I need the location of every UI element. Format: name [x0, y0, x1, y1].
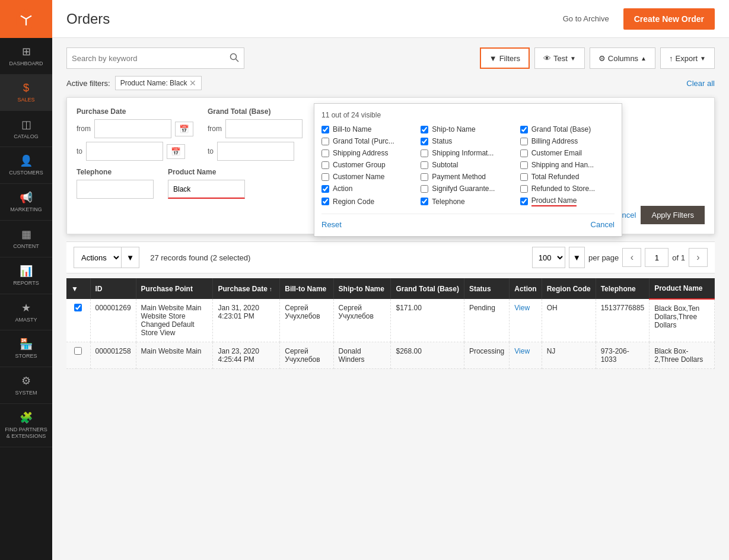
col-checkbox-region_code[interactable]	[321, 198, 329, 205]
filters-button[interactable]: ▼ Filters	[480, 47, 530, 69]
calendar-to-button[interactable]: 📅	[167, 144, 185, 159]
search-input[interactable]	[72, 54, 230, 63]
col-checkbox-product_name[interactable]	[520, 198, 528, 205]
calendar-from-button[interactable]: 📅	[175, 122, 193, 136]
actions-select-wrap: Actions ▼	[74, 247, 139, 268]
col-label-action[interactable]: Action	[333, 184, 352, 193]
sidebar-item-marketing[interactable]: 📢MARKETING	[0, 184, 52, 221]
go-to-archive-button[interactable]: Go to Archive	[556, 9, 616, 28]
col-checkbox-status[interactable]	[421, 138, 428, 145]
col-label-shipping_address[interactable]: Shipping Address	[333, 149, 388, 157]
columns-button[interactable]: ⚙ Columns ▲	[590, 47, 655, 69]
col-checkbox-telephone[interactable]	[421, 198, 428, 205]
sidebar-item-system[interactable]: ⚙SYSTEM	[0, 367, 52, 404]
col-label-shipping_informat[interactable]: Shipping Informat...	[432, 149, 494, 157]
apply-filters-button[interactable]: Apply Filters	[641, 206, 705, 224]
col-label-region_code[interactable]: Region Code	[333, 198, 374, 206]
table-body: 000001269Main Website Main Website Store…	[66, 299, 715, 369]
th-action: Action	[510, 278, 542, 299]
col-label-payment_method[interactable]: Payment Method	[432, 173, 486, 181]
page-number-input[interactable]	[645, 248, 668, 267]
col-label-status[interactable]: Status	[432, 137, 452, 145]
per-page-arrow-button[interactable]: ▼	[569, 247, 585, 268]
col-checkbox-payment_method[interactable]	[421, 173, 428, 181]
col-checkbox-subtotal[interactable]	[421, 161, 428, 169]
purchase-date-to-input[interactable]	[86, 142, 163, 161]
product-name-input[interactable]	[168, 180, 245, 199]
sidebar-item-sales[interactable]: $SALES	[0, 75, 52, 111]
clear-all-link[interactable]: Clear all	[686, 79, 715, 88]
col-checkbox-signifyd_guarante[interactable]	[421, 185, 428, 193]
col-item-grand_total_purc: Grand Total (Purc...	[321, 137, 416, 145]
col-label-bill_to_name[interactable]: Bill-to Name	[333, 125, 371, 133]
columns-reset-button[interactable]: Reset	[321, 220, 342, 229]
sidebar-item-customers[interactable]: 👤CUSTOMERS	[0, 147, 52, 184]
col-checkbox-grand_total_base[interactable]	[520, 126, 528, 133]
sidebar-item-amasty[interactable]: ★AMASTY	[0, 294, 52, 331]
search-box[interactable]	[66, 47, 244, 69]
grand-total-from-input[interactable]	[225, 119, 303, 138]
per-page-select[interactable]: 100	[532, 247, 565, 268]
view-link[interactable]: View	[514, 304, 530, 312]
col-checkbox-action[interactable]	[321, 185, 329, 193]
purchase-date-from-input[interactable]	[94, 119, 171, 138]
col-label-shipping_and_han[interactable]: Shipping and Han...	[531, 161, 594, 169]
col-label-grand_total_base[interactable]: Grand Total (Base)	[531, 125, 591, 133]
col-checkbox-shipping_and_han[interactable]	[520, 161, 528, 169]
row-checkbox[interactable]	[74, 347, 82, 355]
sidebar-item-stores[interactable]: 🏪STORES	[0, 330, 52, 367]
sidebar-item-catalog[interactable]: ◫CATALOG	[0, 111, 52, 148]
col-checkbox-total_refunded[interactable]	[520, 173, 528, 181]
remove-filter-button[interactable]: ✕	[189, 78, 196, 88]
col-label-customer_email[interactable]: Customer Email	[531, 149, 582, 157]
col-label-total_refunded[interactable]: Total Refunded	[531, 173, 580, 181]
create-new-order-button[interactable]: Create New Order	[623, 8, 715, 30]
next-page-button[interactable]: ›	[689, 248, 708, 267]
col-checkbox-grand_total_purc[interactable]	[321, 138, 329, 145]
sidebar-item-find_partners[interactable]: 🧩FIND PARTNERS & EXTENSIONS	[0, 404, 52, 447]
select-all-toggle[interactable]: ▼	[71, 285, 78, 293]
col-label-telephone[interactable]: Telephone	[432, 198, 464, 206]
col-label-subtotal[interactable]: Subtotal	[432, 161, 458, 169]
view-link[interactable]: View	[514, 347, 530, 355]
table-row: 000001269Main Website Main Website Store…	[66, 299, 715, 342]
col-label-product_name[interactable]: Product Name	[531, 196, 577, 206]
col-checkbox-shipping_address[interactable]	[321, 149, 329, 157]
col-label-customer_name[interactable]: Customer Name	[333, 173, 384, 181]
cell-bill_to_name: Сергей Учухлебов	[280, 299, 333, 342]
col-item-ship_to_name: Ship-to Name	[421, 125, 515, 133]
col-label-grand_total_purc[interactable]: Grand Total (Purc...	[333, 137, 394, 145]
col-checkbox-billing_address[interactable]	[520, 138, 528, 145]
sidebar-item-reports[interactable]: 📊REPORTS	[0, 257, 52, 294]
col-label-billing_address[interactable]: Billing Address	[531, 137, 578, 145]
col-checkbox-customer_name[interactable]	[321, 173, 329, 181]
th-ship_to_name: Ship-to Name	[333, 278, 391, 299]
actions-select[interactable]: Actions	[74, 247, 121, 268]
sidebar-item-label: STORES	[15, 353, 37, 359]
col-label-ship_to_name[interactable]: Ship-to Name	[432, 125, 475, 133]
filter-tag-text: Product Name: Black	[120, 79, 187, 87]
view-button[interactable]: 👁 Test ▼	[534, 47, 585, 69]
th-purchase_date[interactable]: Purchase Date↑	[213, 278, 280, 299]
col-label-signifyd_guarante[interactable]: Signifyd Guarante...	[432, 184, 495, 193]
columns-cancel-button[interactable]: Cancel	[591, 220, 615, 229]
sidebar-item-content[interactable]: ▦CONTENT	[0, 221, 52, 257]
grand-total-to-input[interactable]	[217, 142, 294, 161]
actions-arrow-button[interactable]: ▼	[121, 247, 139, 268]
gear-icon: ⚙	[599, 54, 606, 63]
col-checkbox-customer_email[interactable]	[520, 149, 528, 157]
col-checkbox-ship_to_name[interactable]	[421, 126, 428, 133]
col-checkbox-customer_group[interactable]	[321, 161, 329, 169]
col-checkbox-refunded_to_store[interactable]	[520, 185, 528, 193]
sidebar-item-dashboard[interactable]: ⊞DASHBOARD	[0, 38, 52, 75]
telephone-input[interactable]	[77, 180, 154, 199]
prev-page-button[interactable]: ‹	[622, 248, 641, 267]
search-button[interactable]	[230, 53, 239, 64]
col-label-customer_group[interactable]: Customer Group	[333, 161, 386, 169]
row-checkbox[interactable]	[74, 304, 82, 311]
col-checkbox-shipping_informat[interactable]	[421, 149, 428, 157]
col-checkbox-bill_to_name[interactable]	[321, 126, 329, 133]
col-label-refunded_to_store[interactable]: Refunded to Store...	[531, 184, 595, 193]
export-button[interactable]: ↑ Export ▼	[660, 47, 715, 69]
logo[interactable]	[0, 0, 52, 38]
